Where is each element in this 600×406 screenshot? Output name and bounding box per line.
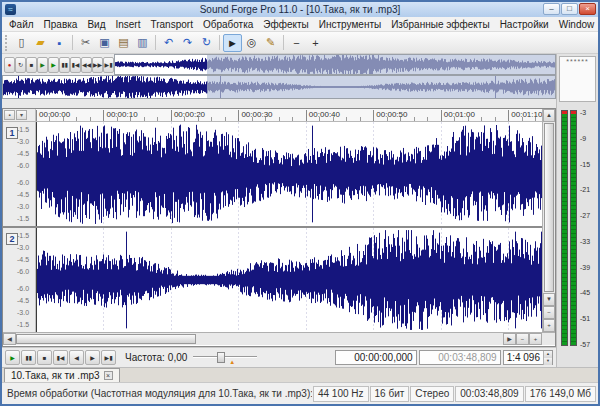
ruler-lock-icon[interactable]: ▪ xyxy=(4,110,15,120)
meter-db-label: -9 xyxy=(580,135,586,142)
db-label: -1.5 xyxy=(17,215,29,222)
time-ruler[interactable]: 00:00:0000:00:1000:00:2000:00:3000:00:40… xyxy=(36,109,542,121)
open-file-button[interactable]: ▰ xyxy=(31,34,50,52)
frequency-value: 0,00 xyxy=(168,352,187,363)
horizontal-scroll-thumb[interactable] xyxy=(16,334,196,344)
menu-item-0[interactable]: Файл xyxy=(4,17,39,32)
playbar-step-back-button[interactable]: ◀ xyxy=(69,350,84,365)
position-boxes: 00:00:00,000 00:03:48,809 1:4 096 ▲ ▼ xyxy=(335,350,553,365)
paste-button[interactable]: ▤ xyxy=(114,34,133,52)
file-tab-label: 10.Така, як ти .mp3 xyxy=(11,370,100,381)
waveform-channel-2-canvas[interactable] xyxy=(36,228,542,332)
magnify-tool-button[interactable]: ◎ xyxy=(242,34,261,52)
menu-item-5[interactable]: Обработка xyxy=(198,17,258,32)
playbar-stop-button[interactable]: ■ xyxy=(37,350,52,365)
transport-go-to-end-button[interactable]: ▶▮ xyxy=(103,57,114,73)
stop-icon: ■ xyxy=(30,62,34,68)
overview-waveform-channel-1[interactable] xyxy=(114,54,556,75)
close-button[interactable]: × xyxy=(579,3,596,15)
frequency-slider-track[interactable] xyxy=(193,356,257,358)
frequency-label: Частота: xyxy=(125,352,165,363)
menu-item-9[interactable]: Настройки xyxy=(495,17,554,32)
playbar-play-button[interactable]: ▶ xyxy=(5,350,20,365)
zoom-in-level-button[interactable]: + xyxy=(543,319,555,332)
zoom-out-time-button[interactable]: − xyxy=(516,333,529,345)
save-button[interactable]: ▪ xyxy=(50,34,69,52)
menu-item-3[interactable]: Insert xyxy=(110,17,145,32)
menu-item-10[interactable]: Window xyxy=(554,17,600,32)
menu-item-8[interactable]: Избранные эффекты xyxy=(386,17,494,32)
menu-item-6[interactable]: Эффекты xyxy=(258,17,313,32)
playbar-go-to-start-button[interactable]: ▮◀ xyxy=(53,350,68,365)
status-cell-3: 00:03:48,809 xyxy=(455,386,523,402)
menu-item-7[interactable]: Инструменты xyxy=(314,17,386,32)
menu-item-4[interactable]: Transport xyxy=(145,17,197,32)
vertical-scroll-thumb[interactable] xyxy=(544,123,554,292)
scroll-left-button[interactable]: ◀ xyxy=(3,333,16,345)
frequency-slider[interactable]: ▲ xyxy=(193,351,257,365)
trim-button[interactable]: ▥ xyxy=(133,34,152,52)
zoom-in-button[interactable]: + xyxy=(306,34,325,52)
waveform-channel-1-canvas[interactable] xyxy=(36,122,542,226)
repeat-button[interactable]: ↻ xyxy=(197,34,216,52)
scroll-right-button[interactable]: ▶ xyxy=(503,333,516,345)
frequency-slider-thumb[interactable] xyxy=(217,352,225,363)
undo-button[interactable]: ↶ xyxy=(159,34,178,52)
undo-icon: ↶ xyxy=(164,36,173,49)
ruler-options-icon[interactable]: ▾ xyxy=(16,110,27,120)
transport-rewind-button[interactable]: ◀◀ xyxy=(81,57,92,73)
zoom-ratio-spinner: ▲ ▼ xyxy=(543,351,552,365)
transport-record-button[interactable]: ● xyxy=(4,57,15,73)
channel-1-row: 1 -1.5-1.5-3.0-3.0-4.5-4.5-6.0-6.0 xyxy=(3,122,555,226)
transport-pause-button[interactable]: ▮▮ xyxy=(59,57,70,73)
record-icon: ● xyxy=(8,62,12,68)
redo-button[interactable]: ↷ xyxy=(178,34,197,52)
copy-button[interactable]: ▣ xyxy=(95,34,114,52)
cut-button[interactable]: ✂ xyxy=(76,34,95,52)
meter-panel-grip[interactable]: ****** xyxy=(559,56,596,102)
overview-waveform-channel-2[interactable] xyxy=(2,75,556,99)
zoom-out-level-button[interactable]: − xyxy=(543,306,555,319)
meter-panel: ****** -3-9-15-21-27-33-39-45-51-57 xyxy=(556,54,598,367)
new-file-button[interactable]: ▯ xyxy=(12,34,31,52)
vertical-scroll-track[interactable] xyxy=(543,122,555,293)
window-title: Sound Forge Pro 11.0 - [10.Така, як ти .… xyxy=(200,4,401,15)
transport-forward-button[interactable]: ▶▶ xyxy=(92,57,103,73)
zoom-out-icon: − xyxy=(293,37,299,49)
transport-loop-playback-button[interactable]: ↻ xyxy=(15,57,26,73)
pencil-tool-button[interactable]: ✎ xyxy=(261,34,280,52)
meter-db-label: -57 xyxy=(580,341,590,348)
scroll-down-button[interactable]: ▼ xyxy=(543,293,555,306)
playbar-go-to-end-button[interactable]: ▶▮ xyxy=(101,350,116,365)
clip-indicator-right xyxy=(571,111,576,114)
maximize-button[interactable]: □ xyxy=(561,3,578,15)
zoom-ratio-down-button[interactable]: ▼ xyxy=(544,358,552,365)
transport-play-button[interactable]: ▶ xyxy=(48,57,59,73)
play-all-icon: ▶ xyxy=(40,61,45,68)
ruler-row: ▪▾ 00:00:0000:00:1000:00:2000:00:3000:00… xyxy=(3,109,555,122)
zoom-out-button[interactable]: − xyxy=(287,34,306,52)
transport-stop-button[interactable]: ■ xyxy=(26,57,37,73)
minimize-button[interactable]: – xyxy=(543,3,560,15)
menu-item-1[interactable]: Правка xyxy=(39,17,83,32)
total-length-box[interactable]: 00:03:48,809 xyxy=(419,350,501,365)
ruler-gutter: ▪▾ xyxy=(3,109,36,121)
zoom-in-time-button[interactable]: + xyxy=(529,333,542,345)
zoom-ratio-box[interactable]: 1:4 096 ▲ ▼ xyxy=(503,350,553,365)
ruler-time-label: 00:00:20 xyxy=(171,110,205,121)
cursor-position-box[interactable]: 00:00:00,000 xyxy=(335,350,417,365)
playbar-step-forward-button[interactable]: ▶ xyxy=(85,350,100,365)
titlebar[interactable]: ≈ Sound Forge Pro 11.0 - [10.Така, як ти… xyxy=(2,2,598,17)
overview-gap xyxy=(2,99,556,108)
scroll-up-button[interactable]: ▲ xyxy=(543,109,555,122)
zoom-ratio-up-button[interactable]: ▲ xyxy=(544,351,552,358)
tab-close-icon[interactable]: × xyxy=(104,371,113,380)
file-tab[interactable]: 10.Така, як ти .mp3 × xyxy=(4,368,120,382)
menu-item-2[interactable]: Вид xyxy=(82,17,110,32)
status-cell-2: Стерео xyxy=(410,386,454,402)
horizontal-scroll-track[interactable] xyxy=(16,333,503,345)
playbar-pause-button[interactable]: ▮▮ xyxy=(21,350,36,365)
transport-play-all-button[interactable]: ▶ xyxy=(37,57,48,73)
edit-tool-button[interactable]: ► xyxy=(223,34,242,52)
transport-go-to-start-button[interactable]: ▮◀ xyxy=(70,57,81,73)
